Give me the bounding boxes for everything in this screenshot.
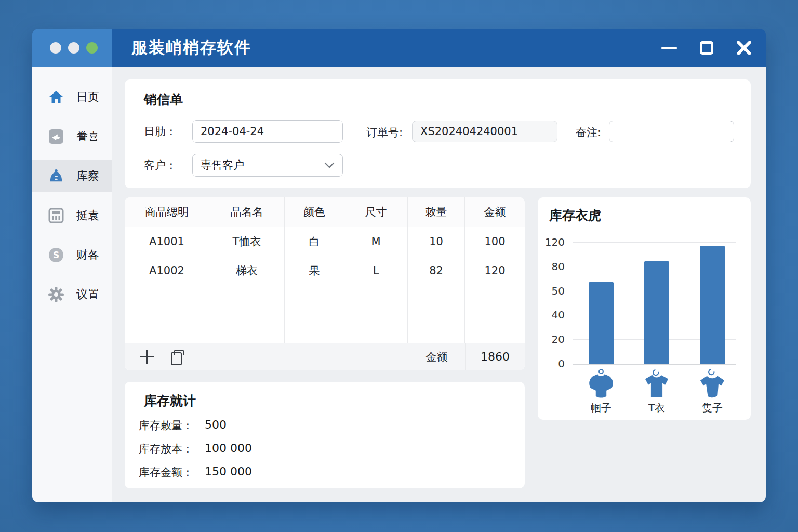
- chart-gridline: [573, 364, 736, 365]
- y-axis-tick-label: 120: [542, 236, 565, 248]
- inventory-stats-title: 库存就计: [144, 392, 196, 409]
- table-cell: L: [344, 256, 408, 285]
- bar-3: [700, 246, 725, 364]
- titlebar: 服装峭梢存软件: [32, 29, 766, 66]
- table-cell: [125, 314, 209, 343]
- order-no-label: 订単号:: [366, 121, 403, 144]
- stat-line-2: 库存放本：100 000: [139, 442, 252, 456]
- customer-select[interactable]: 専售客户: [192, 154, 343, 177]
- svg-text:S: S: [53, 250, 59, 260]
- column-header: 颜色: [285, 197, 344, 227]
- remark-input[interactable]: [609, 121, 734, 142]
- table-cell: 120: [465, 256, 525, 285]
- app-title: 服装峭梢存软件: [131, 37, 251, 59]
- copy-row-icon[interactable]: [169, 349, 185, 365]
- y-axis-tick-label: 0: [542, 357, 565, 370]
- table-row-1[interactable]: A1001T恤衣白M10100: [125, 227, 525, 256]
- column-header: 品名名: [209, 197, 285, 227]
- bar-category-label: T衣: [648, 401, 665, 415]
- table-cell: [125, 285, 209, 314]
- gear-icon: [48, 287, 64, 302]
- table-cell: A1002: [125, 256, 209, 285]
- sidebar-item-5[interactable]: S财各: [32, 243, 112, 267]
- table-cell: 100: [465, 227, 525, 256]
- finance-icon: S: [48, 247, 64, 263]
- table-row-3[interactable]: [125, 285, 525, 314]
- total-amount-label: 金额: [426, 350, 448, 364]
- sidebar: 日页誊喜库察挺袁S财各议置: [32, 66, 112, 502]
- table-cell: [285, 314, 344, 343]
- table-cell: 白: [285, 227, 344, 256]
- table-cell: [209, 314, 285, 343]
- y-axis-tick-label: 40: [542, 309, 565, 321]
- stat-value: 100 000: [205, 442, 252, 456]
- stat-label: 库存放本：: [139, 442, 193, 456]
- table-cell: [344, 285, 408, 314]
- table-cell: M: [344, 227, 408, 256]
- order-no-input[interactable]: [412, 121, 557, 142]
- sidebar-item-2[interactable]: 誊喜: [32, 125, 112, 149]
- customer-label: 客户：: [144, 154, 177, 177]
- table-cell: [408, 314, 465, 343]
- window-dot-3[interactable]: [86, 42, 98, 54]
- sidebar-item-label: 挺袁: [76, 208, 99, 223]
- sales-order-card: 销信单 日肋： 订単号: 奋注: 客户： 専售客户: [125, 79, 751, 188]
- line-items-table: 商品缌明品名名颜色尺寸敕量金额A1001T恤衣白M10100A1002梯衣果L8…: [125, 197, 525, 370]
- sidebar-item-label: 誊喜: [76, 129, 99, 144]
- date-input[interactable]: [192, 120, 343, 143]
- table-header-row: 商品缌明品名名颜色尺寸敕量金额: [125, 197, 525, 227]
- tshirt-hanger-icon: [698, 369, 727, 399]
- y-axis-tick-label: 20: [542, 333, 565, 345]
- sales-order-title: 销信单: [144, 91, 183, 108]
- column-header: 商品缌明: [125, 197, 209, 227]
- stat-value: 150 000: [205, 465, 252, 480]
- table-cell: [408, 285, 465, 314]
- y-axis-tick-label: 50: [542, 285, 565, 297]
- y-axis-tick-label: 80: [542, 260, 565, 273]
- sidebar-item-3[interactable]: 库察: [32, 160, 112, 192]
- sidebar-item-label: 日页: [76, 89, 99, 105]
- main-content: 销信单 日肋： 订単号: 奋注: 客户： 専售客户 商品缌明品名名颜色尺寸敕量金…: [112, 66, 766, 502]
- sidebar-item-label: 库察: [76, 168, 99, 184]
- maximize-icon[interactable]: [698, 39, 715, 56]
- column-header: 金额: [465, 197, 525, 227]
- dome-icon: [48, 168, 64, 184]
- window-dot-1[interactable]: [50, 42, 61, 54]
- bar-category-label: 隻子: [702, 401, 723, 415]
- column-header: 敕量: [408, 197, 465, 227]
- sidebar-item-1[interactable]: 日页: [32, 85, 112, 109]
- remark-label: 奋注:: [576, 121, 601, 144]
- minimize-icon[interactable]: [661, 39, 677, 56]
- table-cell: [209, 285, 285, 314]
- close-icon[interactable]: [736, 39, 752, 56]
- inventory-stats-card: 库存就计 库存敕量：500库存放本：100 000库存金额：150 000: [125, 382, 525, 488]
- app-window: 服装峭梢存软件 日页誊喜库察挺袁S财各议置 销信单 日肋： 订単号: 奋注:: [32, 29, 766, 502]
- tshirt-hook-icon: [642, 369, 671, 399]
- calculator-icon: [48, 208, 64, 223]
- sidebar-item-6[interactable]: 议置: [32, 283, 112, 307]
- stat-line-3: 库存金额：150 000: [139, 465, 252, 480]
- table-row-4[interactable]: [125, 314, 525, 343]
- sidebar-item-4[interactable]: 挺袁: [32, 204, 112, 228]
- stat-label: 库存金额：: [139, 465, 193, 480]
- table-cell: T恤衣: [209, 227, 285, 256]
- traffic-lights: [32, 29, 112, 66]
- table-row-2[interactable]: A1002梯衣果L82120: [125, 256, 525, 285]
- add-row-icon[interactable]: [139, 349, 155, 365]
- bar-category-label: 帼子: [591, 401, 611, 415]
- chevron-down-icon: [324, 162, 335, 168]
- send-icon: [48, 129, 64, 144]
- sidebar-item-label: 财各: [76, 247, 99, 263]
- date-label: 日肋：: [144, 120, 177, 143]
- bar-2: [644, 261, 669, 364]
- table-cell: [344, 314, 408, 343]
- sweater-icon: [587, 369, 616, 399]
- table-cell: [285, 285, 344, 314]
- window-dot-2[interactable]: [68, 42, 79, 54]
- stat-value: 500: [205, 418, 227, 433]
- table-cell: 10: [408, 227, 465, 256]
- table-cell: A1001: [125, 227, 209, 256]
- table-footer-row: 金额1860: [125, 343, 525, 370]
- table-cell: [465, 285, 525, 314]
- customer-select-value: 専售客户: [201, 158, 324, 172]
